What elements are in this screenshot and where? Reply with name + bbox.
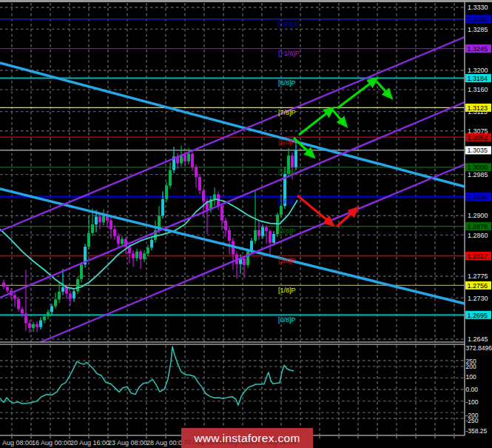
- oscillator-scale-label: 0.00: [466, 386, 479, 393]
- murrey-label: [7/8]P: [278, 109, 296, 116]
- murrey-label: [+1/8]P: [278, 50, 300, 57]
- candle-body: [87, 233, 90, 247]
- candle-body: [165, 186, 168, 199]
- candle-body: [269, 231, 272, 243]
- candle-body: [146, 247, 149, 253]
- candle-body: [39, 320, 42, 327]
- oscillator-scale-label: -100: [466, 398, 479, 406]
- murrey-label: [1/8]P: [278, 287, 296, 294]
- murrey-label: [2/8]P: [278, 257, 296, 264]
- price-badge-label: 1.3306: [468, 16, 488, 23]
- murrey-label: [+2/8]P: [278, 20, 300, 27]
- price-axis-label: 1.3200: [468, 67, 488, 74]
- candle-body: [36, 324, 38, 327]
- candle-body: [280, 206, 283, 215]
- candle-body: [50, 307, 53, 312]
- murrey-label: [4/8]P: [278, 198, 296, 205]
- price-axis-label: 1.3160: [468, 86, 488, 93]
- candle-body: [21, 309, 24, 313]
- candle-body: [169, 170, 172, 186]
- candle-body: [91, 224, 94, 233]
- oscillator-scale-label: -250: [466, 417, 479, 424]
- time-axis-label: 16 Aug 00:00: [32, 439, 71, 447]
- candle-body: [213, 194, 216, 199]
- candle-body: [161, 199, 164, 215]
- candle-body: [61, 287, 64, 292]
- murrey-label: [6/8]P: [278, 138, 296, 146]
- candle-body: [80, 264, 83, 279]
- price-badge-label: 1.2695: [468, 312, 488, 319]
- watermark-text: www.instaforex.com: [181, 428, 313, 448]
- candle-body: [243, 258, 246, 265]
- mt4-chart-window: [+2/8]P[+1/8]P[8/8]P[7/8]P[6/8]P[5/8]P[4…: [0, 0, 492, 448]
- frame-top: [0, 0, 492, 2]
- price-badge-label: 1.3000: [468, 164, 488, 171]
- murrey-label: [5/8]P: [278, 168, 296, 175]
- price-badge-label: 1.2756: [468, 282, 488, 290]
- candle-body: [69, 294, 72, 299]
- time-axis-label: 23 Aug 08:00: [108, 439, 147, 447]
- chart-canvas[interactable]: [+2/8]P[+1/8]P[8/8]P[7/8]P[6/8]P[5/8]P[4…: [0, 0, 492, 448]
- candle-body: [257, 230, 260, 236]
- candle-body: [272, 234, 275, 243]
- candle-body: [65, 287, 68, 294]
- candle-body: [43, 316, 46, 320]
- candle-body: [6, 287, 9, 290]
- candle-body: [150, 240, 153, 247]
- candle-body: [13, 295, 16, 298]
- candle-body: [117, 236, 120, 244]
- current-price-label: 1.3035: [468, 147, 488, 154]
- price-axis-label: 1.2985: [468, 171, 488, 178]
- candle-body: [95, 217, 98, 224]
- candle-body: [76, 279, 79, 291]
- oscillator-scale-label: 372.8496: [466, 344, 492, 352]
- candle-body: [254, 230, 257, 241]
- price-badge-label: 1.3123: [468, 104, 488, 112]
- candle-body: [187, 154, 190, 161]
- price-badge-label: 1.3184: [468, 75, 488, 82]
- candle-body: [28, 323, 31, 328]
- candle-body: [261, 227, 264, 236]
- candle-body: [109, 221, 112, 230]
- candle-body: [58, 292, 61, 299]
- price-axis-label: 1.2860: [468, 232, 488, 239]
- candle-body: [220, 206, 223, 221]
- candle-body: [246, 252, 249, 265]
- candle-body: [291, 156, 294, 167]
- candle-body: [195, 167, 198, 177]
- candle-body: [143, 253, 146, 259]
- candle-body: [135, 252, 138, 258]
- candle-body: [139, 252, 142, 259]
- time-axis-label: Aug 08:00: [2, 439, 33, 447]
- candle-body: [113, 230, 116, 236]
- instaforex-watermark: 7 Sep 08:004 Sep 00:0030 Aug 16:00 www.i…: [181, 428, 313, 448]
- price-badge-label: 1.3245: [468, 45, 488, 53]
- candle-body: [198, 177, 201, 190]
- murrey-label: [8/8]P: [278, 79, 296, 87]
- candle-body: [98, 217, 101, 223]
- candle-body: [265, 227, 268, 231]
- chart-background: [0, 0, 492, 448]
- oscillator-scale-label: 200: [466, 363, 476, 370]
- price-axis-label: 1.2900: [468, 212, 488, 219]
- candle-body: [17, 299, 20, 310]
- oscillator-scale-label: 100: [466, 373, 476, 381]
- price-badge-label: 1.2878: [468, 223, 488, 230]
- murrey-label: [0/8]P: [278, 316, 296, 324]
- candle-body: [47, 312, 50, 316]
- candle-body: [73, 291, 75, 298]
- candle-body: [54, 299, 57, 306]
- candle-body: [202, 190, 205, 201]
- candle-body: [32, 324, 35, 328]
- candle-body: [2, 282, 5, 287]
- price-axis-label: 1.3330: [468, 4, 488, 11]
- candle-body: [121, 239, 124, 244]
- candle-body: [132, 253, 135, 258]
- candle-body: [183, 155, 186, 161]
- price-axis-label: 1.2645: [468, 335, 488, 343]
- candle-body: [224, 221, 227, 230]
- price-badge-label: 1.3062: [468, 134, 488, 141]
- price-axis-label: 1.2730: [468, 295, 488, 302]
- time-axis-label: 28 Aug 00:00: [146, 439, 186, 447]
- price-axis-label: 1.2775: [468, 273, 488, 280]
